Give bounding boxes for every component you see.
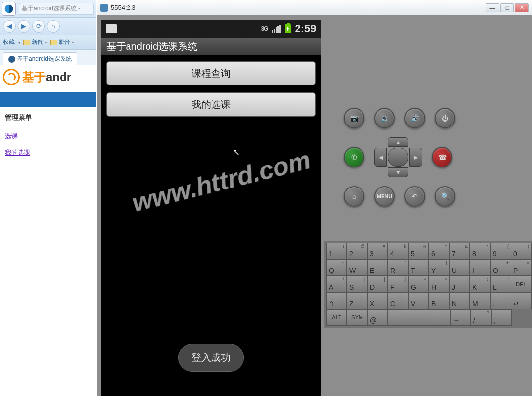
key-↵[interactable]: ↵ bbox=[511, 292, 532, 309]
key-U[interactable]: U- bbox=[449, 259, 470, 276]
key-V[interactable]: V bbox=[408, 292, 429, 309]
browser-inactive-tab[interactable]: 基于android选课系统 - bbox=[19, 3, 94, 15]
app-body: 课程查询 我的选课 bbox=[101, 55, 321, 123]
dpad: ▲ ▼ ◀ ▶ bbox=[374, 137, 422, 177]
key-Q[interactable]: Q~ bbox=[326, 259, 347, 276]
search-hw-button[interactable]: 🔍 bbox=[435, 186, 455, 207]
bookmark-folder-media[interactable]: 影音▾ bbox=[50, 38, 74, 46]
close-button[interactable]: ✕ bbox=[515, 3, 529, 12]
home-hw-button[interactable]: ⌂ bbox=[344, 186, 364, 207]
dpad-right[interactable]: ▶ bbox=[409, 148, 422, 167]
key-L[interactable]: L' bbox=[490, 276, 511, 292]
power-button[interactable]: ⏻ bbox=[435, 108, 455, 128]
key-.[interactable]: ., bbox=[490, 292, 511, 309]
phone-frame: 3G 2:59 基于android选课系统 课程查询 我的选课 ↖ www.ht… bbox=[97, 15, 324, 396]
key-O[interactable]: O+ bbox=[490, 259, 511, 276]
page-content: 基于andr 管理菜单 选课 我的选课 bbox=[0, 65, 96, 161]
call-button[interactable]: ✆ bbox=[344, 147, 364, 167]
key-6[interactable]: 6^ bbox=[429, 243, 449, 259]
key-4[interactable]: 4$ bbox=[388, 243, 408, 259]
key-⇧[interactable]: ⇧ bbox=[326, 292, 347, 309]
hardware-keyboard: 1!2@3#4$5%6^7&8*9(0) Q~W`E"R'T{Y}U-I_O+P… bbox=[324, 241, 532, 328]
bookmark-folder-news[interactable]: 新闻▾ bbox=[23, 38, 47, 46]
browser-app-icon[interactable] bbox=[2, 2, 16, 16]
key-P[interactable]: P= bbox=[511, 259, 532, 276]
key-N[interactable]: N bbox=[449, 292, 470, 309]
key-,[interactable]: , bbox=[491, 309, 512, 326]
status-clock: 2:59 bbox=[295, 22, 316, 35]
volume-down-button[interactable]: 🔉 bbox=[374, 108, 395, 128]
folder-icon bbox=[50, 40, 57, 45]
key-S[interactable]: S| bbox=[347, 276, 367, 292]
dpad-down[interactable]: ▼ bbox=[388, 167, 408, 177]
key-R[interactable]: R' bbox=[388, 259, 408, 276]
key-A[interactable]: A\ bbox=[326, 276, 347, 292]
dpad-up[interactable]: ▲ bbox=[388, 137, 408, 147]
key-K[interactable]: K: bbox=[470, 276, 490, 292]
key-9[interactable]: 9( bbox=[490, 243, 511, 259]
key-B[interactable]: B bbox=[429, 292, 449, 309]
key-X[interactable]: X bbox=[367, 292, 388, 309]
battery-icon bbox=[285, 24, 291, 33]
home-button[interactable]: ⌂ bbox=[47, 20, 60, 33]
key-8[interactable]: 8* bbox=[470, 243, 490, 259]
end-call-button[interactable]: ☎ bbox=[432, 147, 452, 167]
hardware-panel: 📷 🔉 🔊 ⏻ ✆ ▲ ▼ ◀ ▶ ☎ bbox=[324, 15, 532, 396]
key-ALT[interactable]: ALT bbox=[326, 309, 347, 326]
key-@[interactable]: @ bbox=[367, 309, 388, 326]
my-courses-button[interactable]: 我的选课 bbox=[106, 92, 316, 117]
key-DEL[interactable]: DEL bbox=[511, 276, 532, 292]
network-3g-icon: 3G bbox=[261, 25, 268, 32]
bookmark-bar: 收藏 ▾ 新闻▾ 影音▾ bbox=[0, 35, 96, 50]
key-F[interactable]: F] bbox=[388, 276, 408, 292]
key-W[interactable]: W` bbox=[347, 259, 367, 276]
key-D[interactable]: D[ bbox=[367, 276, 388, 292]
key-space[interactable] bbox=[388, 309, 450, 326]
key-C[interactable]: C bbox=[388, 292, 408, 309]
menu-link-select-course[interactable]: 选课 bbox=[0, 128, 96, 145]
course-query-button[interactable]: 课程查询 bbox=[106, 61, 316, 85]
reload-button[interactable]: ⟳ bbox=[32, 20, 45, 33]
maximize-button[interactable]: □ bbox=[500, 3, 514, 12]
key-I[interactable]: I_ bbox=[470, 259, 490, 276]
key-1[interactable]: 1! bbox=[326, 243, 347, 259]
key-/[interactable]: /? bbox=[471, 309, 491, 326]
app-titlebar: 基于android选课系统 bbox=[101, 38, 321, 55]
key-3[interactable]: 3# bbox=[367, 243, 388, 259]
key-Y[interactable]: Y} bbox=[429, 259, 449, 276]
back-button[interactable]: ◀ bbox=[3, 20, 16, 33]
key-7[interactable]: 7& bbox=[449, 243, 470, 259]
emulator-icon bbox=[100, 4, 108, 12]
active-page-tab[interactable]: 基于android选课系统 bbox=[3, 52, 77, 65]
phone-screen[interactable]: 3G 2:59 基于android选课系统 课程查询 我的选课 ↖ www.ht… bbox=[101, 20, 321, 396]
key-E[interactable]: E" bbox=[367, 259, 388, 276]
browser-tabstrip: 基于android选课系统 - bbox=[0, 0, 96, 18]
menu-link-my-courses[interactable]: 我的选课 bbox=[0, 145, 96, 161]
key-0[interactable]: 0) bbox=[511, 243, 532, 259]
forward-button[interactable]: ▶ bbox=[18, 20, 30, 33]
key-→[interactable]: → bbox=[450, 309, 471, 326]
key-Z[interactable]: Z bbox=[347, 292, 367, 309]
minimize-button[interactable]: — bbox=[486, 3, 499, 12]
page-tabstrip: 基于android选课系统 bbox=[0, 50, 96, 65]
menu-hw-button[interactable]: MENU bbox=[374, 186, 395, 207]
key-J[interactable]: J; bbox=[449, 276, 470, 292]
key-T[interactable]: T{ bbox=[408, 259, 429, 276]
menu-card: 管理菜单 选课 我的选课 bbox=[0, 106, 96, 161]
volume-up-button[interactable]: 🔊 bbox=[404, 108, 425, 128]
dpad-center[interactable] bbox=[388, 148, 408, 167]
browser-toolbar: ◀ ▶ ⟳ ⌂ bbox=[0, 18, 96, 35]
key-H[interactable]: H> bbox=[429, 276, 449, 292]
key-M[interactable]: M. bbox=[470, 292, 490, 309]
dpad-left[interactable]: ◀ bbox=[374, 148, 387, 167]
back-hw-button[interactable]: ↶ bbox=[404, 186, 425, 207]
page-favicon bbox=[8, 56, 15, 63]
browser-panel: 基于android选课系统 - ◀ ▶ ⟳ ⌂ 收藏 ▾ 新闻▾ 影音▾ 基于a… bbox=[0, 0, 96, 396]
camera-button[interactable]: 📷 bbox=[344, 108, 364, 128]
key-2[interactable]: 2@ bbox=[347, 243, 367, 259]
emulator-titlebar[interactable]: 5554:2.3 — □ ✕ bbox=[97, 0, 532, 15]
key-G[interactable]: G< bbox=[408, 276, 429, 292]
mouse-cursor-icon: ↖ bbox=[233, 147, 240, 158]
key-5[interactable]: 5% bbox=[408, 243, 429, 259]
key-SYM[interactable]: SYM bbox=[347, 309, 367, 326]
